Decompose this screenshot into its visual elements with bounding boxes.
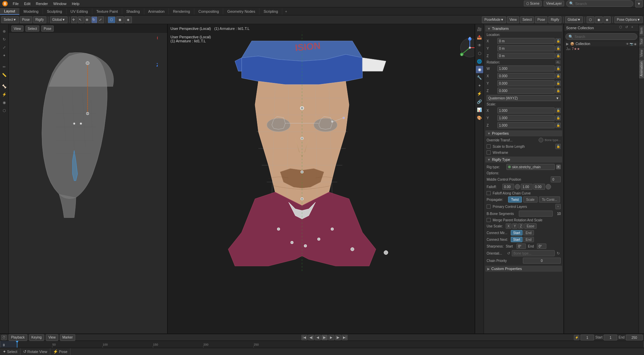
prop-icon-view[interactable]: 👁 [476, 42, 483, 49]
tab-animation[interactable]: Animation [144, 8, 169, 14]
play-start-btn[interactable]: |◀ [301, 335, 307, 340]
connect-mirror-end[interactable]: End [523, 230, 534, 235]
falloff-chain-cb[interactable] [487, 191, 491, 195]
tab-uv-editing[interactable]: UV Editing [66, 8, 92, 14]
toolbar-transform[interactable]: ✦ [1, 52, 8, 59]
tab-rendering[interactable]: Rendering [169, 8, 194, 14]
falloff-v1[interactable]: 0.00 [502, 184, 514, 190]
scale-tool[interactable]: ⤢ [98, 16, 104, 23]
tab-layout[interactable]: Layout [0, 8, 19, 15]
chain-priority-value[interactable]: 0 [523, 258, 561, 264]
play-prev-btn[interactable]: ◀ [315, 335, 321, 340]
collection-item[interactable]: ▶ 📦 Collection 👁 📷 ◉ [564, 41, 639, 46]
prop-icon-scene[interactable]: ⬡ [476, 50, 483, 57]
prop-icon-constraints[interactable]: 🔗 [476, 98, 483, 105]
right-canvas[interactable]: ISION [168, 24, 475, 334]
prop-icon-output[interactable]: 📤 [476, 34, 483, 41]
loc-z-value[interactable]: 0 m [497, 53, 555, 59]
current-frame-input[interactable]: 1 [581, 335, 594, 341]
toolbar-measure[interactable]: 📏 [1, 71, 8, 79]
status-pose[interactable]: ⚡ Pose [50, 348, 70, 355]
orient-icon[interactable]: ↺ [506, 251, 511, 256]
tab-sculpting[interactable]: Sculpting [43, 8, 66, 14]
left-canvas[interactable]: 🔍 ✋ ◎ ⬡ ⊞ ⊡ ✎ 📐 🎯 [9, 33, 158, 334]
toolbar-pose4[interactable]: ⬡ [1, 107, 8, 114]
outliner-add[interactable]: + [631, 25, 637, 31]
use-scale-x[interactable]: X [506, 223, 511, 229]
rot-y-value[interactable]: 0.000 [497, 80, 555, 86]
toolbar-pose1[interactable]: 🦴 [1, 83, 8, 90]
use-scale-z[interactable]: Z [518, 223, 524, 229]
global-search[interactable]: 🔍 Search [566, 0, 633, 7]
vp-header-select[interactable]: Select [26, 26, 40, 32]
prop-icon-data[interactable]: 📊 [476, 106, 483, 114]
vtab-tool[interactable]: Tool [639, 37, 644, 47]
toolbar-rigify[interactable]: Rigify [33, 16, 46, 23]
menu-render[interactable]: Render [33, 1, 51, 6]
prop-icon-object[interactable]: ◉ [476, 66, 483, 73]
play-btn[interactable]: ▶ [321, 335, 328, 340]
vtab-view[interactable]: View [639, 48, 644, 59]
menu-window[interactable]: Window [51, 1, 69, 6]
select-tool[interactable]: ↖ [78, 16, 84, 23]
select-btn[interactable]: Select [520, 16, 534, 23]
loc-x-lock[interactable]: 🔓 [555, 38, 561, 44]
start-frame-input[interactable]: 1 [604, 335, 617, 341]
use-scale-y[interactable]: Y [512, 223, 518, 229]
status-select[interactable]: ✦ Select [0, 348, 20, 355]
propagate-twist-btn[interactable]: Twist [508, 196, 522, 203]
rot-z-value[interactable]: 0.000 [497, 88, 555, 94]
rotation-mode-dropdown[interactable]: Quaternion (WXYZ) ▼ [487, 95, 561, 101]
tab-add[interactable]: + [282, 8, 290, 14]
toolbar-select-mode[interactable]: Select▼ [1, 16, 19, 23]
rigify-type-header[interactable]: ▼ Rigify Type [485, 157, 562, 163]
global-btn-right[interactable]: Global▼ [565, 16, 583, 23]
tab-compositing[interactable]: Compositing [194, 8, 223, 14]
toolbar-pose2[interactable]: ⚡ [1, 91, 8, 98]
filter-icon[interactable]: ▼ [635, 0, 643, 7]
collection-render[interactable]: ◉ [634, 42, 637, 46]
rot-x-value[interactable]: 0.000 [497, 73, 555, 79]
middle-ctrl-value[interactable]: 0 [551, 176, 561, 182]
use-scale-ease[interactable]: Ease [524, 223, 537, 229]
falloff-circle2[interactable] [546, 184, 551, 189]
rot-y-lock[interactable]: 🔓 [555, 81, 561, 86]
toolbar-annotate[interactable]: ✏ [1, 63, 8, 71]
merge-parent-cb[interactable] [487, 218, 491, 222]
scale-x-value[interactable]: 1.000 [497, 107, 555, 114]
loc-y-value[interactable]: 0 m [497, 45, 555, 51]
toolbar-move[interactable]: ⊕ [1, 28, 8, 35]
vp-header-pose[interactable]: Pose [41, 26, 54, 32]
prop-icon-physics[interactable]: ⚡ [476, 90, 483, 97]
falloff-v3[interactable]: 0.00 [533, 184, 545, 190]
toolbar-rotate[interactable]: ↻ [1, 36, 8, 43]
rig-type-selector[interactable]: skin.stretchy_chain [506, 164, 555, 170]
connect-mirror-start[interactable]: Start [511, 230, 523, 235]
tab-texture-paint[interactable]: Texture Paint [92, 8, 122, 14]
vtab-item[interactable]: Item [639, 26, 644, 36]
prop-icon-render[interactable]: 🎥 [476, 26, 483, 33]
menu-file[interactable]: File [10, 1, 21, 6]
orient-value[interactable]: Bone type... [512, 250, 555, 256]
timeline-view-btn[interactable]: View [46, 334, 58, 341]
loc-x-value[interactable]: 0 m [497, 38, 555, 44]
view-btn[interactable]: View [507, 16, 519, 23]
scale-z-value[interactable]: 1.000 [497, 122, 555, 128]
timeline-track[interactable]: 0 50 100 150 200 250 0 [0, 341, 644, 348]
wireframe-btn-right[interactable]: ⬡ [587, 16, 594, 23]
connect-next-end[interactable]: End [523, 237, 534, 242]
play-prev-key-btn[interactable]: ◀| [308, 335, 314, 340]
grab-tool[interactable]: ⊕ [85, 16, 91, 23]
outliner-filter[interactable]: ⬡ [619, 25, 625, 31]
bbone-value[interactable] [519, 211, 553, 217]
end-frame-input[interactable]: 250 [626, 335, 643, 341]
menu-edit[interactable]: Edit [21, 1, 33, 6]
timeline-clock-icon[interactable]: ⏱ [1, 335, 7, 340]
prop-icon-modifier[interactable]: 🔧 [476, 74, 483, 81]
play-next-key-btn[interactable]: |▶ [335, 335, 341, 340]
toolbar-pose-mode[interactable]: Pose [20, 16, 32, 23]
propagate-scale-btn[interactable]: Scale [523, 196, 538, 203]
custom-props-header[interactable]: ▶ Custom Properties [485, 266, 562, 272]
loc-z-lock[interactable]: 🔓 [555, 53, 561, 58]
play-end-btn[interactable]: ▶| [342, 335, 348, 340]
